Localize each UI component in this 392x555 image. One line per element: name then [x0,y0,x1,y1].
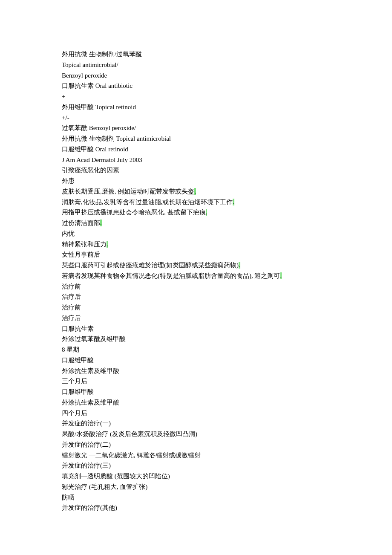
text-line: 精神紧张和压力. [62,239,330,250]
text-line: + [62,91,330,102]
text-line: 女性月事前后 [62,249,330,260]
line-text: 并发症的治疗(一) [62,420,111,427]
text-line: 口服抗生素 [62,324,330,334]
line-text: J Am Acad Dermatol July 2003 [62,156,142,163]
text-line: 镭射激光 —二氧化碳激光, 铒雅各镭射或碳激镭射 [62,450,330,461]
text-line: 外用抗微 生物制剂 Topical antimicrobial [62,133,330,144]
line-text: 果酸/水扬酸治疗 (发炎后色素沉积及轻微凹凸洞) [62,431,197,437]
text-line: 若病者发现某种食物令其情况恶化(特别是油腻或脂肪含量高的食品), 避之则可. [62,271,330,281]
line-text: 女性月事前后 [62,251,100,258]
line-text: 三个月后 [62,378,87,384]
line-text: 并发症的治疗(二) [62,441,111,448]
line-text: 治疗前 [62,304,81,311]
line-text: 引致痤疮恶化的因素 [62,167,119,173]
text-line: 外用维甲酸 Topical retinoid [62,102,330,113]
text-line: 8 星期 [62,344,330,355]
text-line: 四个月后 [62,408,330,419]
text-line: 润肤膏,化妆品,发乳等含有过量油脂,或长期在油烟环境下工作. [62,197,330,208]
text-line: 三个月后 [62,376,330,387]
line-text: 用指甲挤压或搔抓患处会令暗疮恶化, 甚或留下疤痕 [62,209,206,216]
line-text: Topical antimicrobial/ [62,61,118,68]
text-line: 外患 [62,176,330,186]
text-line: 口服维甲酸 Oral retinoid [62,144,330,155]
line-text: 润肤膏,化妆品,发乳等含有过量油脂,或长期在油烟环境下工作 [62,199,233,205]
highlighted-period: . [194,188,196,195]
text-line: 并发症的治疗(一) [62,418,330,429]
highlighted-period: . [233,199,234,205]
text-line: 治疗前 [62,302,330,313]
line-text: 过份清洁面部 [62,220,100,226]
text-line: 治疗前 [62,281,330,292]
text-line: 治疗后 [62,292,330,302]
text-line: 填充剂—透明质酸 (范围较大的凹陷位) [62,471,330,482]
line-text: 内忧 [62,230,75,237]
line-text: 外用抗微 生物制剂/过氧苯酰 [62,51,142,58]
text-line: 过氧苯酰 Benzoyl peroxide/ [62,123,330,133]
line-text: Benzoyl peroxide [62,72,107,79]
line-text: 治疗后 [62,293,81,300]
line-text: 防晒 [62,494,75,501]
document-page: 外用抗微 生物制剂/过氧苯酰Topical antimicrobial/Benz… [0,0,392,555]
text-line: Benzoyl peroxide [62,70,330,81]
text-line: 过份清洁面部. [62,218,330,228]
line-text: 外用维甲酸 Topical retinoid [62,104,136,110]
text-line: +/- [62,113,330,123]
text-line: 引致痤疮恶化的因素 [62,165,330,176]
text-line: Topical antimicrobial/ [62,60,330,70]
line-text: 外患 [62,177,75,184]
line-text: 治疗后 [62,315,81,321]
line-text: 治疗前 [62,283,81,290]
line-text: 过氧苯酰 Benzoyl peroxide/ [62,124,136,131]
line-text: 8 星期 [62,346,79,353]
text-line: 防晒 [62,492,330,503]
text-line: 外用抗微 生物制剂/过氧苯酰 [62,49,330,60]
line-text: 彩光治疗 (毛孔粗大, 血管扩张) [62,483,147,490]
line-text: 外涂抗生素及维甲酸 [62,367,119,374]
line-text: +/- [62,114,69,121]
text-line: 外涂过氧苯酰及维甲酸 [62,334,330,344]
highlighted-period: . [239,262,240,269]
text-line: 并发症的治疗(其他) [62,503,330,513]
line-text: 口服抗生素 [62,325,94,332]
text-line: 口服维甲酸 [62,355,330,366]
line-text: 外涂抗生素及维甲酸 [62,399,119,406]
highlighted-period: . [206,209,208,216]
text-line: 用指甲挤压或搔抓患处会令暗疮恶化, 甚或留下疤痕. [62,207,330,218]
text-line: 果酸/水扬酸治疗 (发炎后色素沉积及轻微凹凸洞) [62,429,330,439]
line-text: 填充剂—透明质酸 (范围较大的凹陷位) [62,473,170,480]
line-text: 镭射激光 —二氧化碳激光, 铒雅各镭射或碳激镭射 [62,452,201,459]
line-text: 口服抗生素 Oral antibiotic [62,82,133,89]
line-text: 外涂过氧苯酰及维甲酸 [62,335,126,342]
text-line: 彩光治疗 (毛孔粗大, 血管扩张) [62,482,330,492]
text-line: 某些口服药可引起或使痤疮难於治理(如类固醇或某些癫痫药物). [62,260,330,271]
highlighted-period: . [100,220,102,226]
text-line: 口服维甲酸 [62,387,330,397]
line-text: + [62,93,65,100]
text-line: 治疗后 [62,313,330,324]
line-text: 四个月后 [62,410,87,416]
line-text: 皮肤长期受压,磨擦, 例如运动时配带发带或头盔 [62,188,194,195]
line-text: 精神紧张和压力 [62,241,107,248]
line-text: 某些口服药可引起或使痤疮难於治理(如类固醇或某些癫痫药物) [62,262,239,269]
line-text: 并发症的治疗(其他) [62,504,117,511]
line-text: 口服维甲酸 Oral retinoid [62,146,128,153]
line-text: 口服维甲酸 [62,357,94,364]
line-text: 口服维甲酸 [62,388,94,395]
text-line: 并发症的治疗(三) [62,460,330,471]
line-text: 若病者发现某种食物令其情况恶化(特别是油腻或脂肪含量高的食品), 避之则可 [62,272,280,279]
text-line: J Am Acad Dermatol July 2003 [62,155,330,165]
text-line: 外涂抗生素及维甲酸 [62,366,330,376]
highlighted-period: . [107,241,108,248]
text-line: 皮肤长期受压,磨擦, 例如运动时配带发带或头盔. [62,186,330,197]
text-line: 内忧 [62,228,330,239]
text-line: 并发症的治疗(二) [62,439,330,450]
highlighted-period: . [280,272,282,279]
text-line: 口服抗生素 Oral antibiotic [62,81,330,91]
text-line: 外涂抗生素及维甲酸 [62,397,330,408]
line-text: 外用抗微 生物制剂 Topical antimicrobial [62,135,171,142]
line-text: 并发症的治疗(三) [62,462,111,469]
